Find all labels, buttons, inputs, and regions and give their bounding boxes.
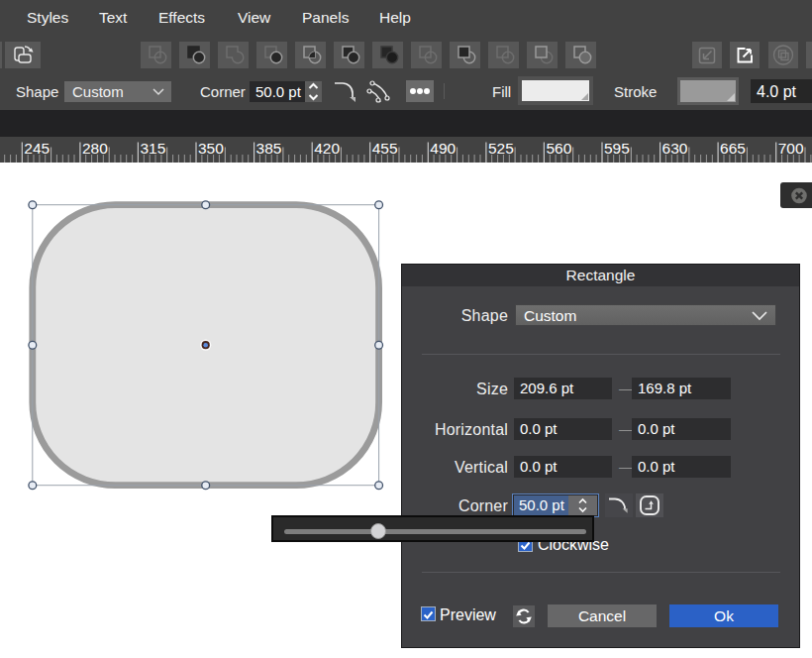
svg-text:245: 245 [24,139,50,156]
svg-text:560: 560 [546,139,571,156]
svg-text:490: 490 [430,139,456,156]
svg-text:350: 350 [198,139,224,156]
svg-text:455: 455 [372,139,398,156]
svg-text:525: 525 [488,139,514,156]
svg-text:595: 595 [604,139,630,156]
svg-text:420: 420 [314,139,340,156]
svg-text:665: 665 [720,139,746,156]
svg-text:385: 385 [256,139,282,156]
svg-text:630: 630 [662,139,688,156]
svg-text:315: 315 [140,139,165,156]
svg-text:700: 700 [778,139,804,156]
svg-text:280: 280 [82,139,108,156]
